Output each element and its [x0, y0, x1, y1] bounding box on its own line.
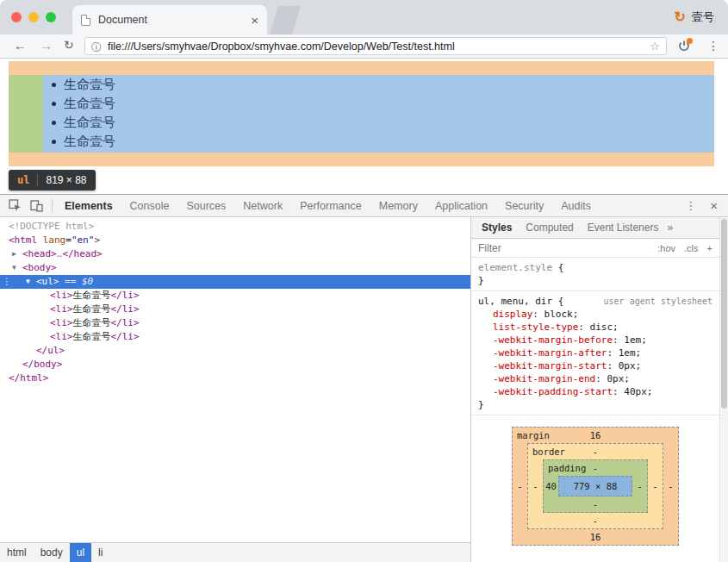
zoom-window-icon[interactable]: [46, 12, 56, 22]
crumb-ul[interactable]: ul: [70, 543, 91, 562]
tab-elements[interactable]: Elements: [56, 195, 121, 216]
browser-tab[interactable]: Document ×: [72, 5, 267, 34]
dom-node-line[interactable]: <li>生命壹号</li>: [0, 289, 470, 303]
dom-node-line[interactable]: ▶<head>…</head>: [0, 247, 470, 261]
margin-label: margin: [517, 430, 550, 440]
dom-token: <body>: [22, 262, 57, 273]
box-model-padding[interactable]: padding- 40 779 × 88 - -: [543, 459, 648, 513]
class-toggle-button[interactable]: .cls: [684, 243, 699, 253]
node-menu-icon[interactable]: ⋮: [3, 275, 11, 289]
tab-application[interactable]: Application: [426, 195, 496, 216]
profile-area[interactable]: ↻ 壹号: [675, 9, 714, 25]
border-bottom-value: -: [593, 515, 598, 526]
bookmark-star-icon[interactable]: ☆: [650, 40, 660, 53]
css-property[interactable]: -webkit-margin-end: 0px;: [478, 372, 712, 385]
tab-performance[interactable]: Performance: [291, 195, 370, 216]
dom-token: <li>: [50, 317, 73, 328]
css-property[interactable]: -webkit-margin-start: 0px;: [478, 359, 712, 372]
reload-icon[interactable]: ↻: [64, 38, 74, 52]
css-property[interactable]: list-style-type: disc;: [478, 321, 712, 334]
tab-network[interactable]: Network: [234, 195, 291, 216]
tab-audits[interactable]: Audits: [552, 195, 600, 216]
dom-token: </li>: [111, 290, 140, 301]
tab-sources[interactable]: Sources: [177, 195, 234, 216]
sidebar-tab-event-listeners[interactable]: Event Listeners: [581, 222, 666, 234]
dom-node-line[interactable]: </html>: [0, 372, 470, 385]
dom-node-line[interactable]: </body>: [0, 358, 470, 372]
inspect-element-icon[interactable]: [9, 199, 22, 212]
sidebar-scrollbar[interactable]: [719, 217, 728, 562]
scrollbar-thumb[interactable]: [721, 219, 727, 409]
browser-menu-icon[interactable]: ⋮: [707, 39, 719, 53]
border-top-value: -: [593, 446, 598, 457]
crumb-html[interactable]: html: [0, 543, 34, 562]
crumb-li[interactable]: li: [91, 543, 109, 562]
box-model-margin[interactable]: margin16 - border- - padding-: [512, 427, 679, 546]
dom-node-line[interactable]: <li>生命壹号</li>: [0, 330, 470, 344]
list-item: 生命壹号: [43, 132, 714, 151]
devtools-tabs: ElementsConsoleSourcesNetworkPerformance…: [56, 195, 600, 216]
dom-node-line[interactable]: ▼<body>: [0, 261, 470, 275]
property-name: -webkit-margin-end: [493, 373, 595, 384]
dom-token: >: [94, 234, 100, 246]
forward-icon[interactable]: →: [40, 38, 53, 53]
styles-filter-input[interactable]: [478, 242, 657, 254]
close-window-icon[interactable]: [11, 12, 22, 22]
tab-security[interactable]: Security: [496, 195, 552, 216]
property-semicolon: ;: [624, 373, 630, 384]
property-colon: :: [532, 309, 544, 320]
property-name: -webkit-padding-start: [493, 386, 613, 397]
devtools-body: <!DOCTYPE html><html lang="en">▶<head>…<…: [0, 217, 728, 562]
sidebar-tab-computed[interactable]: Computed: [519, 222, 580, 234]
hover-state-button[interactable]: :hov: [657, 243, 675, 253]
css-property[interactable]: display: block;: [478, 308, 712, 321]
css-property[interactable]: -webkit-margin-after: 1em;: [478, 347, 712, 359]
bullet-icon: [52, 83, 56, 87]
page-info-icon[interactable]: ⓘ: [91, 41, 102, 55]
url-text[interactable]: file:///Users/smyhvae/Dropbox/smyhvae.co…: [108, 41, 455, 53]
devtools-close-icon[interactable]: ×: [710, 198, 718, 213]
rule-selector[interactable]: ul, menu, dir {: [478, 295, 563, 308]
devtools: ElementsConsoleSourcesNetworkPerformance…: [0, 194, 728, 562]
property-name: -webkit-margin-start: [493, 360, 607, 372]
dom-node-line[interactable]: <!DOCTYPE html>: [0, 220, 470, 234]
dom-node-line[interactable]: <li>生命壹号</li>: [0, 303, 470, 316]
sidebar-tab-styles[interactable]: Styles: [475, 222, 519, 234]
dom-token: </body>: [22, 359, 62, 370]
expanded-arrow-icon[interactable]: ▼: [26, 275, 30, 289]
crumb-body[interactable]: body: [34, 543, 70, 562]
dom-token: == $0: [59, 276, 94, 287]
dom-node-line[interactable]: <li>生命壹号</li>: [0, 316, 470, 330]
page-list[interactable]: 生命壹号生命壹号生命壹号生命壹号: [43, 75, 714, 153]
device-toolbar-icon[interactable]: [30, 199, 43, 212]
css-property[interactable]: -webkit-padding-start: 40px;: [478, 385, 712, 398]
styles-pane: StylesComputedEvent Listeners» :hov.cls+…: [470, 217, 728, 562]
collapsed-arrow-icon[interactable]: ▶: [12, 247, 16, 261]
tab-console[interactable]: Console: [121, 195, 178, 216]
element-style-section[interactable]: element.style { }: [471, 258, 719, 291]
sidebar-overflow-icon[interactable]: »: [667, 222, 673, 234]
dom-token: 生命壹号: [73, 317, 111, 328]
box-model-border[interactable]: border- - padding- 40 779 × 88 -: [527, 443, 663, 529]
back-icon[interactable]: ←: [14, 38, 27, 53]
box-model-content[interactable]: 779 × 88: [558, 476, 632, 496]
property-colon: :: [595, 373, 607, 384]
new-tab-button[interactable]: [270, 6, 301, 34]
dom-token: 生命壹号: [73, 303, 111, 315]
url-bar[interactable]: ⓘ file:///Users/smyhvae/Dropbox/smyhvae.…: [84, 37, 667, 55]
devtools-more-icon[interactable]: ⋮: [685, 199, 696, 212]
dom-node-line[interactable]: ⋮▼<ul> == $0: [0, 275, 470, 289]
dom-node-line[interactable]: <html lang="en">: [0, 234, 470, 247]
css-property[interactable]: -webkit-margin-before: 1em;: [478, 334, 712, 347]
expanded-arrow-icon[interactable]: ▼: [12, 261, 16, 275]
list-item: 生命壹号: [43, 75, 714, 94]
property-colon: :: [613, 334, 624, 346]
minimize-window-icon[interactable]: [28, 12, 39, 22]
dom-node-line[interactable]: </ul>: [0, 344, 470, 358]
padding-top-value: -: [593, 463, 598, 473]
tab-memory[interactable]: Memory: [370, 195, 426, 216]
styles-filter-row: :hov.cls+: [471, 239, 719, 258]
tab-close-icon[interactable]: ×: [251, 14, 258, 27]
property-value: block: [544, 309, 573, 320]
new-style-rule-button[interactable]: +: [707, 243, 712, 253]
